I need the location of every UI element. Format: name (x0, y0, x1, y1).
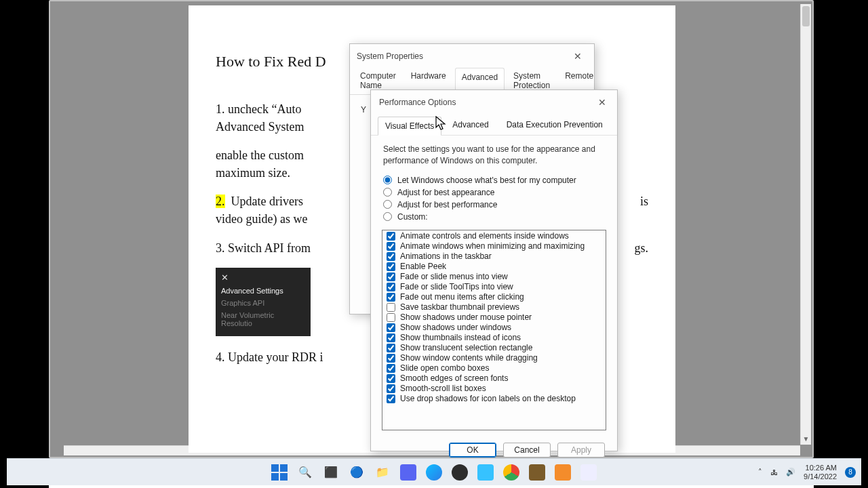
checklist-item[interactable]: Smooth edges of screen fonts (384, 373, 604, 384)
search-icon[interactable]: 🔍 (296, 464, 314, 481)
perfopts-description: Select the settings you want to use for … (371, 136, 617, 173)
checkbox-input[interactable] (387, 242, 395, 251)
checkbox-input[interactable] (387, 252, 395, 261)
checkbox-input[interactable] (387, 293, 395, 302)
radio-option[interactable]: Adjust for best performance (383, 199, 605, 211)
widgets-icon[interactable]: 🔵 (348, 464, 366, 481)
windows-taskbar: 🔍 ⬛ 🔵 📁 ˄ 🖧 🔊 10:26 AM 9/14/2022 8 (7, 458, 861, 485)
radio-input[interactable] (383, 212, 392, 221)
scroll-thumb[interactable] (802, 6, 810, 26)
checklist-item[interactable]: Animations in the taskbar (384, 251, 604, 262)
paint-icon[interactable] (580, 464, 597, 481)
checkbox-label: Animations in the taskbar (400, 251, 492, 261)
minecraft-icon[interactable] (528, 464, 546, 481)
perfopts-tabs: Visual Effects Advanced Data Execution P… (371, 113, 617, 136)
checklist-item[interactable]: Slide open combo boxes (384, 363, 604, 373)
ok-button[interactable]: OK (449, 443, 496, 458)
radio-label: Adjust for best performance (397, 200, 497, 209)
discord-icon[interactable] (399, 464, 417, 481)
checkbox-input[interactable] (387, 272, 395, 281)
embedded-dark-panel: ✕ Advanced Settings Graphics API Near Vo… (216, 268, 311, 336)
cancel-button[interactable]: Cancel (503, 443, 551, 458)
tray-clock[interactable]: 10:26 AM 9/14/2022 (804, 464, 837, 481)
checkbox-label: Slide open combo boxes (400, 363, 489, 373)
checkbox-input[interactable] (387, 262, 395, 271)
checkbox-label: Smooth-scroll list boxes (400, 384, 486, 393)
checklist-item[interactable]: Show window contents while dragging (384, 353, 604, 363)
checkbox-label: Fade or slide menus into view (400, 272, 508, 281)
radio-input[interactable] (383, 176, 392, 184)
checklist-item[interactable]: Show shadows under windows (384, 323, 604, 333)
checklist-item[interactable]: Enable Peek (384, 262, 604, 272)
checklist-item[interactable]: Use drop shadows for icon labels on the … (384, 394, 604, 404)
network-icon[interactable]: 🖧 (770, 468, 778, 476)
checkbox-input[interactable] (387, 344, 395, 352)
notifications-badge[interactable]: 8 (845, 467, 856, 478)
checkbox-input[interactable] (387, 384, 395, 393)
checklist-item[interactable]: Smooth-scroll list boxes (384, 384, 604, 394)
app-icon[interactable] (554, 464, 572, 481)
system-tray: ˄ 🖧 🔊 10:26 AM 9/14/2022 8 (758, 464, 856, 481)
clock-time: 10:26 AM (804, 464, 837, 472)
apply-button[interactable]: Apply (557, 443, 605, 458)
tray-chevron-icon[interactable]: ˄ (758, 468, 762, 476)
checklist-item[interactable]: Animate windows when minimizing and maxi… (384, 241, 604, 251)
checkbox-input[interactable] (387, 333, 395, 342)
radio-option[interactable]: Let Windows choose what's best for my co… (383, 174, 605, 186)
radio-input[interactable] (383, 200, 392, 209)
vertical-scrollbar[interactable]: ▲ ▼ (800, 4, 811, 445)
checkbox-label: Show translucent selection rectangle (400, 343, 532, 352)
checklist-item[interactable]: Show translucent selection rectangle (384, 343, 604, 353)
checkbox-input[interactable] (387, 364, 395, 373)
checkbox-label: Smooth edges of screen fonts (400, 373, 508, 383)
checkbox-label: Save taskbar thumbnail previews (400, 302, 519, 312)
radio-input[interactable] (383, 188, 392, 197)
start-icon[interactable] (271, 464, 288, 481)
checkbox-label: Fade out menu items after clicking (400, 292, 524, 302)
checkbox-input[interactable] (387, 283, 395, 291)
tab-advanced[interactable]: Advanced (446, 116, 495, 135)
checklist-item[interactable]: Show shadows under mouse pointer (384, 312, 604, 323)
dialog-title: System Properties (357, 52, 423, 61)
checklist-item[interactable]: Fade out menu items after clicking (384, 292, 604, 302)
checklist-item[interactable]: Animate controls and elements inside win… (384, 231, 604, 241)
explorer-icon[interactable]: 📁 (374, 464, 391, 481)
visual-effects-checklist[interactable]: Animate controls and elements inside win… (382, 230, 606, 430)
radio-option[interactable]: Custom: (383, 211, 605, 223)
scroll-down-arrow[interactable]: ▼ (801, 434, 811, 445)
checkbox-input[interactable] (387, 323, 395, 332)
norton-icon[interactable] (477, 464, 494, 481)
checklist-item[interactable]: Save taskbar thumbnail previews (384, 302, 604, 312)
task-view-icon[interactable]: ⬛ (322, 464, 340, 481)
radio-option[interactable]: Adjust for best appearance (383, 186, 605, 199)
checklist-item[interactable]: Fade or slide ToolTips into view (384, 282, 604, 292)
checkbox-input[interactable] (387, 313, 395, 322)
close-icon[interactable]: ✕ (568, 49, 587, 63)
checkbox-input[interactable] (387, 303, 395, 312)
checkbox-input[interactable] (387, 374, 395, 383)
volume-icon[interactable]: 🔊 (786, 468, 795, 476)
panel-title: Advanced Settings (216, 285, 311, 297)
checkbox-input[interactable] (387, 232, 395, 241)
checkbox-label: Show shadows under mouse pointer (400, 312, 532, 322)
checkbox-input[interactable] (387, 394, 395, 403)
edge-icon[interactable] (425, 464, 443, 481)
checkbox-input[interactable] (387, 354, 395, 363)
checklist-item[interactable]: Fade or slide menus into view (384, 272, 604, 282)
checkbox-label: Show thumbnails instead of icons (400, 333, 521, 342)
browser-viewport: ▲ ▼ How to Fix Red D 1. uncheck “AutoAdv… (49, 0, 814, 458)
clock-date: 9/14/2022 (804, 472, 837, 481)
chrome-icon[interactable] (502, 464, 520, 481)
tab-visual-effects[interactable]: Visual Effects (378, 117, 441, 136)
radio-label: Let Windows choose what's best for my co… (397, 176, 576, 185)
checklist-item[interactable]: Show thumbnails instead of icons (384, 333, 604, 343)
radio-label: Adjust for best appearance (397, 188, 494, 197)
checkbox-label: Show window contents while dragging (400, 353, 538, 363)
checkbox-label: Enable Peek (400, 262, 446, 271)
obs-icon[interactable] (451, 464, 469, 481)
checkbox-label: Use drop shadows for icon labels on the … (400, 394, 576, 403)
tab-dep[interactable]: Data Execution Prevention (500, 116, 610, 135)
close-icon[interactable]: ✕ (593, 96, 612, 109)
panel-row: Graphics API (216, 297, 311, 309)
checkbox-label: Animate windows when minimizing and maxi… (400, 241, 585, 251)
